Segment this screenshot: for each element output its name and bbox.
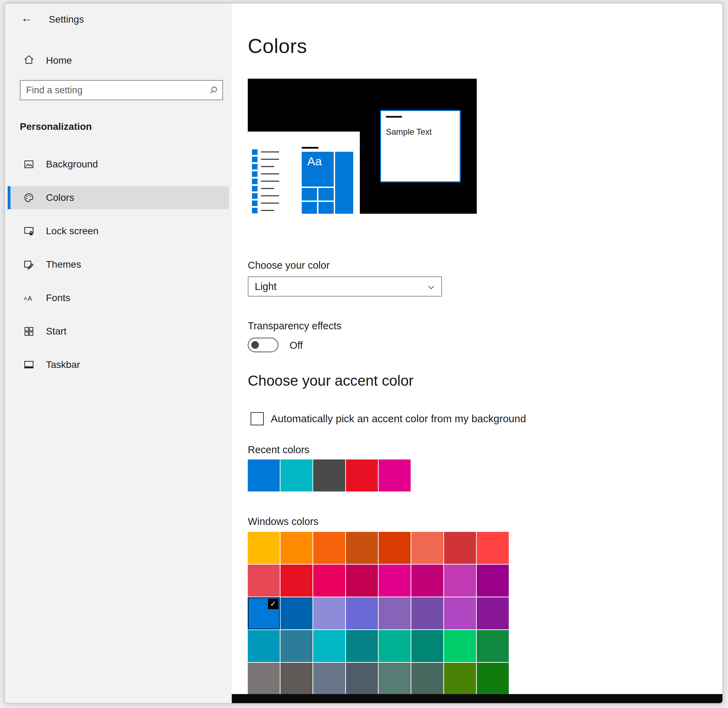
windows-color-swatch[interactable] (248, 532, 280, 564)
transparency-effects-label: Transparency effects (248, 320, 341, 332)
sidebar-item-home[interactable]: Home (5, 49, 232, 70)
windows-color-swatch[interactable] (411, 663, 443, 695)
windows-color-swatch[interactable] (313, 532, 345, 564)
sidebar-item-label: Background (46, 159, 98, 170)
windows-color-swatch[interactable] (477, 630, 509, 662)
sidebar-item-label: Start (46, 326, 67, 337)
sidebar-item-lock-screen[interactable]: Lock screen (8, 220, 229, 242)
transparency-toggle[interactable] (248, 338, 278, 352)
selected-check-icon: ✓ (268, 599, 278, 609)
windows-color-swatch[interactable] (444, 663, 476, 695)
windows-color-swatch[interactable] (346, 663, 378, 695)
windows-color-swatch[interactable] (248, 630, 280, 662)
recent-color-swatch[interactable] (346, 460, 378, 492)
windows-color-swatch[interactable] (346, 597, 378, 629)
preview-tile-titlebar (302, 147, 318, 149)
settings-window: ← Settings Home Personalization Backgrou… (4, 3, 723, 704)
windows-color-swatch[interactable] (313, 663, 345, 695)
chevron-down-icon (426, 282, 437, 292)
sidebar-item-themes[interactable]: Themes (8, 253, 229, 276)
windows-color-swatch[interactable] (411, 630, 443, 662)
windows-color-swatch[interactable] (379, 532, 410, 564)
home-label: Home (46, 55, 72, 66)
windows-color-swatch[interactable] (379, 630, 410, 662)
windows-color-swatch[interactable] (346, 564, 378, 596)
windows-color-swatch[interactable] (248, 564, 280, 596)
sidebar: ← Settings Home Personalization Backgrou… (5, 3, 232, 703)
windows-color-swatch[interactable] (411, 564, 443, 596)
windows-color-swatch[interactable] (477, 597, 509, 629)
windows-color-swatch[interactable] (444, 532, 476, 564)
windows-colors-grid: ✓ (248, 532, 509, 695)
windows-color-swatch[interactable] (280, 597, 312, 629)
windows-color-swatch[interactable] (313, 597, 345, 629)
sidebar-item-taskbar[interactable]: Taskbar (8, 353, 229, 376)
windows-color-swatch[interactable] (411, 597, 443, 629)
sidebar-nav-list: Background Colors Lock screen Themes (5, 153, 232, 387)
bottom-dark-strip (232, 694, 722, 703)
search-box (20, 80, 223, 100)
windows-color-swatch[interactable] (280, 564, 312, 596)
windows-color-swatch[interactable] (411, 532, 443, 564)
preview-list-graphic (252, 148, 279, 214)
start-icon (23, 325, 35, 337)
windows-color-swatch[interactable] (444, 630, 476, 662)
windows-color-swatch[interactable] (313, 564, 345, 596)
auto-accent-checkbox[interactable] (251, 412, 264, 425)
windows-colors-label: Windows colors (248, 516, 318, 527)
recent-colors-label: Recent colors (248, 444, 309, 456)
recent-color-swatch[interactable] (379, 460, 410, 492)
windows-color-swatch[interactable] (379, 564, 410, 596)
sidebar-item-label: Taskbar (46, 359, 80, 370)
lock-screen-icon (23, 225, 35, 237)
windows-color-swatch[interactable] (477, 663, 509, 695)
background-icon (23, 158, 35, 170)
auto-accent-checkbox-row[interactable]: Automatically pick an accent color from … (251, 412, 526, 425)
color-mode-dropdown[interactable]: Light (248, 276, 442, 297)
accent-color-heading: Choose your accent color (248, 373, 413, 389)
windows-color-swatch[interactable] (280, 532, 312, 564)
sidebar-item-label: Colors (46, 192, 74, 203)
fonts-icon: AA (23, 292, 35, 304)
windows-color-swatch[interactable] (248, 663, 280, 695)
recent-color-swatch[interactable] (313, 460, 345, 492)
windows-color-swatch[interactable] (280, 663, 312, 695)
windows-color-swatch[interactable] (346, 630, 378, 662)
colors-icon (23, 192, 35, 204)
transparency-state-label: Off (290, 340, 303, 351)
toggle-knob (251, 341, 259, 349)
windows-color-swatch[interactable] (477, 532, 509, 564)
windows-color-swatch[interactable] (313, 630, 345, 662)
svg-text:A: A (24, 296, 27, 301)
windows-color-swatch[interactable] (477, 564, 509, 596)
search-icon[interactable] (209, 85, 219, 95)
sidebar-item-label: Lock screen (46, 226, 99, 237)
back-button[interactable]: ← (21, 11, 33, 25)
theme-preview-image: Aa Sample Text (248, 79, 477, 214)
windows-color-swatch[interactable]: ✓ (248, 597, 280, 629)
sidebar-item-background[interactable]: Background (8, 153, 229, 176)
windows-color-swatch[interactable] (444, 564, 476, 596)
sidebar-item-colors[interactable]: Colors (8, 186, 229, 209)
preview-tile-text: Aa (307, 155, 322, 168)
home-icon (23, 54, 35, 65)
app-title: Settings (49, 14, 84, 25)
color-mode-value: Light (255, 281, 277, 292)
sidebar-item-start[interactable]: Start (8, 320, 229, 343)
taskbar-icon (23, 359, 35, 371)
recent-colors-row (248, 460, 410, 492)
recent-color-swatch[interactable] (248, 460, 280, 492)
windows-color-swatch[interactable] (346, 532, 378, 564)
search-input[interactable] (20, 81, 222, 100)
windows-color-swatch[interactable] (379, 663, 410, 695)
main-content: Colors Aa Sample T (232, 3, 722, 703)
windows-color-swatch[interactable] (379, 597, 410, 629)
windows-color-swatch[interactable] (444, 597, 476, 629)
page-title: Colors (248, 34, 307, 57)
section-header-personalization: Personalization (20, 121, 92, 132)
choose-your-color-label: Choose your color (248, 260, 329, 271)
sidebar-item-fonts[interactable]: AA Fonts (8, 286, 229, 309)
preview-tile-graphic: Aa (302, 152, 353, 214)
recent-color-swatch[interactable] (280, 460, 312, 492)
windows-color-swatch[interactable] (280, 630, 312, 662)
